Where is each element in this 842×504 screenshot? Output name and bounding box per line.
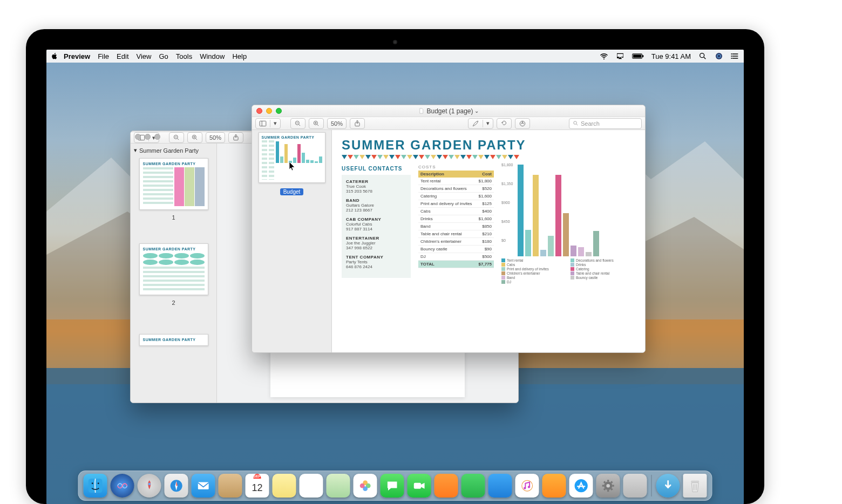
disclosure-triangle-icon: ▾ — [134, 147, 137, 154]
zoom-level[interactable]: 50% — [206, 132, 225, 143]
contact-group: ENTERTAINERJoe the Juggler347 998 6522 — [346, 236, 406, 250]
thumb-title: SUMMER GARDEN PARTY — [143, 338, 205, 342]
dock-messages-icon[interactable] — [381, 474, 404, 498]
menu-app-name[interactable]: Preview — [64, 52, 90, 60]
cost-desc: Catering — [418, 193, 476, 200]
table-row: Decorations and flowers$520 — [418, 185, 494, 193]
zoom-in-button[interactable] — [187, 132, 202, 143]
close-button[interactable] — [256, 108, 262, 114]
notification-center-icon[interactable] — [731, 52, 739, 60]
sidebar-disclosure[interactable]: ▾Summer Garden Party — [134, 147, 213, 154]
minimize-button[interactable] — [266, 108, 272, 114]
page-thumbnail-2[interactable]: SUMMER GARDEN PARTY — [139, 243, 208, 295]
window-controls-front — [256, 108, 282, 114]
legend-item: Table and chair rental — [571, 271, 635, 275]
svg-point-40 — [606, 484, 610, 488]
dock-appstore-icon[interactable] — [569, 474, 593, 498]
dock-launchpad-icon[interactable] — [138, 474, 161, 498]
laptop-frame: Preview File Edit View Go Tools Window H… — [26, 29, 764, 504]
zoom-level[interactable]: 50% — [327, 118, 347, 129]
chart-bar — [518, 165, 524, 256]
cursor-icon — [289, 162, 296, 172]
zoom-button[interactable] — [276, 108, 282, 114]
dock-preferences-icon[interactable] — [596, 474, 620, 498]
close-button-inactive[interactable] — [135, 134, 141, 140]
dock-contacts-icon[interactable] — [219, 474, 242, 498]
dock-pages-icon[interactable] — [434, 474, 458, 498]
menu-go[interactable]: Go — [159, 52, 168, 60]
titlebar-front[interactable]: Budget (1 page) ⌄ — [252, 105, 645, 117]
menubar-clock[interactable]: Tue 9:41 AM — [651, 52, 691, 60]
document-proxy-icon[interactable] — [418, 108, 424, 114]
sidebar-toggle-button[interactable]: ▾ — [255, 118, 281, 129]
dock-finder-icon[interactable] — [84, 474, 107, 498]
dock-calendar-icon[interactable]: SEP12 — [246, 474, 269, 498]
dock-mail-icon[interactable] — [192, 474, 215, 498]
apple-logo-icon[interactable] — [51, 52, 58, 60]
camera-dot — [393, 40, 397, 44]
rotate-button[interactable] — [497, 118, 512, 129]
dock-itunes-icon[interactable] — [515, 474, 539, 498]
dock-facetime-icon[interactable] — [408, 474, 431, 498]
dock-keynote-icon[interactable] — [488, 474, 512, 498]
dock-safari-icon[interactable] — [165, 474, 188, 498]
spotlight-icon[interactable] — [698, 52, 707, 60]
dock-photos-icon[interactable] — [354, 474, 377, 498]
cost-bar-chart: $1,800$1,350$900$450$0 — [501, 165, 635, 256]
table-row: Tent rental$1,800 — [418, 178, 494, 185]
menu-help[interactable]: Help — [232, 52, 247, 60]
thumb-title: SUMMER GARDEN PARTY — [262, 135, 322, 139]
drag-label: Budget — [280, 188, 304, 195]
search-field[interactable]: Search — [569, 118, 642, 129]
contacts-panel: CATERERTrue Cook315 203 5678BANDGuitars … — [342, 175, 411, 278]
cost-value: $210 — [476, 230, 494, 238]
menu-window[interactable]: Window — [200, 52, 225, 60]
total-label: TOTAL — [418, 261, 476, 268]
wifi-icon[interactable] — [600, 52, 608, 60]
markup-button[interactable]: ▾ — [468, 118, 493, 129]
dock-preview-icon[interactable] — [623, 474, 647, 498]
cost-value: $400 — [476, 208, 494, 215]
table-row: Band$850 — [418, 223, 494, 230]
dock-maps-icon[interactable] — [327, 474, 350, 498]
chevron-down-icon[interactable]: ⌄ — [474, 108, 479, 114]
zoom-in-button[interactable] — [309, 118, 324, 129]
menu-file[interactable]: File — [98, 52, 109, 60]
cost-value: $180 — [476, 238, 494, 246]
share-button[interactable] — [228, 132, 243, 143]
minimize-button-inactive[interactable] — [145, 134, 151, 140]
dock-trash-icon[interactable] — [683, 474, 707, 498]
dock-reminders-icon[interactable] — [300, 474, 323, 498]
page-thumbnail-1[interactable]: SUMMER GARDEN PARTY — [139, 158, 208, 210]
dock-downloads-icon[interactable] — [656, 474, 680, 498]
dock-numbers-icon[interactable] — [461, 474, 485, 498]
menubar: Preview File Edit View Go Tools Window H… — [46, 50, 744, 63]
share-button[interactable] — [350, 118, 365, 129]
legend-item: Print and delivery of invites — [501, 267, 566, 271]
zoom-out-button[interactable] — [290, 118, 305, 129]
dock-notes-icon[interactable] — [273, 474, 296, 498]
dock-ibooks-icon[interactable] — [542, 474, 566, 498]
cost-value: $850 — [476, 223, 494, 230]
airplay-icon[interactable] — [616, 52, 624, 60]
dock-siri-icon[interactable] — [111, 474, 134, 498]
contact-heading: CAB COMPANY — [346, 217, 406, 222]
svg-point-22 — [92, 482, 93, 484]
zoom-button-inactive[interactable] — [154, 134, 160, 140]
toolbar-front: ▾ 50% ▾ Search — [252, 117, 645, 130]
menu-edit[interactable]: Edit — [117, 52, 128, 60]
menu-tools[interactable]: Tools — [176, 52, 192, 60]
zoom-out-button[interactable] — [169, 132, 184, 143]
menu-view[interactable]: View — [137, 52, 152, 60]
markup-toolbar-button[interactable] — [515, 118, 530, 129]
contact-name: Guitars Galore — [346, 203, 406, 208]
page-thumbnail-3[interactable]: SUMMER GARDEN PARTY — [139, 334, 208, 346]
battery-icon[interactable] — [632, 52, 644, 60]
page-thumbnail-budget[interactable]: SUMMER GARDEN PARTY — [259, 132, 325, 183]
contact-name: Joe the Juggler — [346, 241, 406, 246]
siri-menubar-icon[interactable] — [715, 52, 723, 60]
search-placeholder: Search — [581, 120, 600, 127]
chart-bar — [563, 213, 569, 256]
legend-item: Drinks — [571, 263, 635, 267]
document-view[interactable]: SUMMER GARDEN PARTY USEFUL CONTACTS CATE… — [332, 130, 645, 352]
